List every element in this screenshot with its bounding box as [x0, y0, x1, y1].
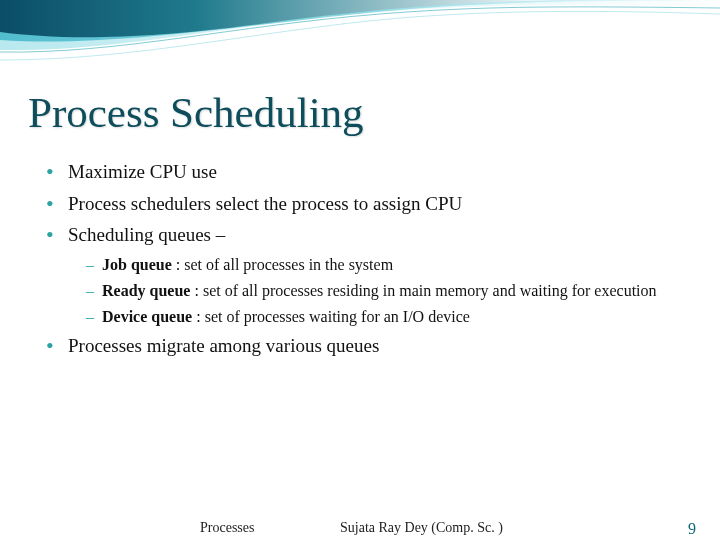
list-item: Maximize CPU use	[46, 157, 692, 186]
bullet-text: Scheduling queues –	[68, 224, 225, 245]
sub-term: Job queue	[102, 256, 172, 273]
bullet-text: Maximize CPU use	[68, 161, 217, 182]
sub-term: Device queue	[102, 308, 192, 325]
footer-topic: Processes	[200, 520, 254, 536]
sub-desc: : set of processes waiting for an I/O de…	[192, 308, 470, 325]
list-item: Process schedulers select the process to…	[46, 189, 692, 218]
footer-author: Sujata Ray Dey (Comp. Sc. )	[340, 520, 503, 536]
bullet-list: Maximize CPU use Process schedulers sele…	[28, 157, 692, 361]
slide-content: Process Scheduling Maximize CPU use Proc…	[0, 0, 720, 361]
page-number: 9	[688, 520, 696, 538]
sub-bullet-list: Job queue : set of all processes in the …	[68, 253, 692, 329]
sub-term: Ready queue	[102, 282, 190, 299]
bullet-text: Process schedulers select the process to…	[68, 193, 462, 214]
sub-desc: : set of all processes residing in main …	[190, 282, 656, 299]
list-item: Processes migrate among various queues	[46, 331, 692, 360]
bullet-text: Processes migrate among various queues	[68, 335, 379, 356]
list-item: Job queue : set of all processes in the …	[86, 253, 692, 277]
sub-desc: : set of all processes in the system	[172, 256, 393, 273]
list-item: Device queue : set of processes waiting …	[86, 305, 692, 329]
list-item: Scheduling queues – Job queue : set of a…	[46, 220, 692, 329]
list-item: Ready queue : set of all processes resid…	[86, 279, 692, 303]
slide-title: Process Scheduling	[28, 90, 692, 135]
